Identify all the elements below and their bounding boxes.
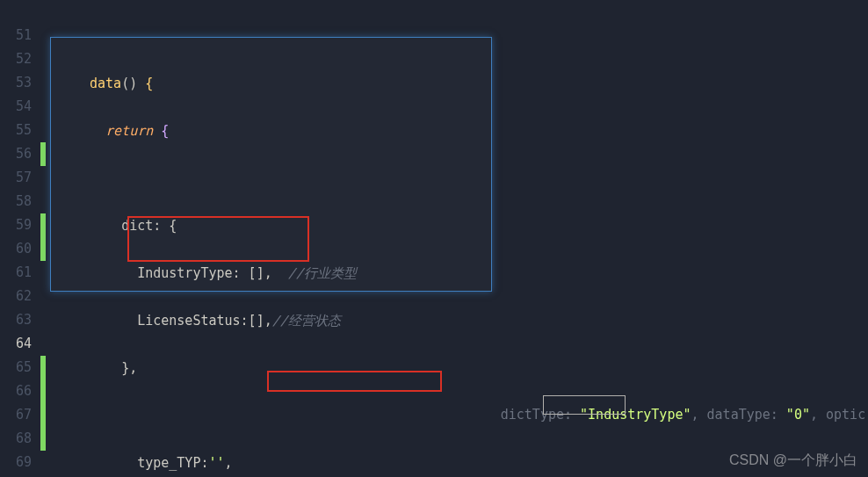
line-gutter: 51 52 53 54 55 56 57 58 59 60 61 62 63 6… bbox=[0, 0, 40, 477]
line-number-current: 64 bbox=[0, 332, 32, 356]
diff-added-marker bbox=[40, 142, 46, 166]
line-number: 54 bbox=[0, 95, 32, 119]
line-number: 68 bbox=[0, 427, 32, 451]
tooltip-line: }, bbox=[51, 357, 491, 380]
line-number: 52 bbox=[0, 47, 32, 71]
diff-added-marker bbox=[40, 213, 46, 261]
watermark: CSDN @一个胖小白 bbox=[729, 448, 857, 472]
tooltip-line: dict: { bbox=[51, 214, 491, 238]
tooltip-line: data() { bbox=[51, 72, 491, 96]
tooltip-line: type_TYP:'', bbox=[51, 452, 491, 475]
line-number: 62 bbox=[0, 285, 32, 308]
tooltip-line: return { bbox=[51, 119, 491, 143]
gutter-start bbox=[0, 0, 32, 24]
line-number: 67 bbox=[0, 403, 32, 427]
intellisense-tooltip[interactable]: data() { return { dict: { IndustryType: … bbox=[50, 37, 492, 292]
line-number: 63 bbox=[0, 308, 32, 332]
line-number: 57 bbox=[0, 166, 32, 190]
tooltip-line bbox=[51, 167, 491, 191]
diff-added-marker bbox=[40, 356, 46, 451]
tooltip-line: IndustryType: [], //行业类型 bbox=[51, 262, 491, 285]
tooltip-line bbox=[51, 404, 491, 428]
line-number: 66 bbox=[0, 379, 32, 403]
tooltip-line: LicenseStatus:[],//经营状态 bbox=[51, 309, 491, 333]
line-number: 58 bbox=[0, 190, 32, 213]
line-number: 56 bbox=[0, 142, 32, 166]
line-number: 55 bbox=[0, 119, 32, 142]
line-number: 53 bbox=[0, 71, 32, 95]
line-number: 61 bbox=[0, 261, 32, 285]
line-number: 51 bbox=[0, 24, 32, 47]
line-number: 60 bbox=[0, 237, 32, 261]
line-number: 65 bbox=[0, 356, 32, 379]
line-number: 69 bbox=[0, 451, 32, 474]
line-number: 59 bbox=[0, 213, 32, 237]
